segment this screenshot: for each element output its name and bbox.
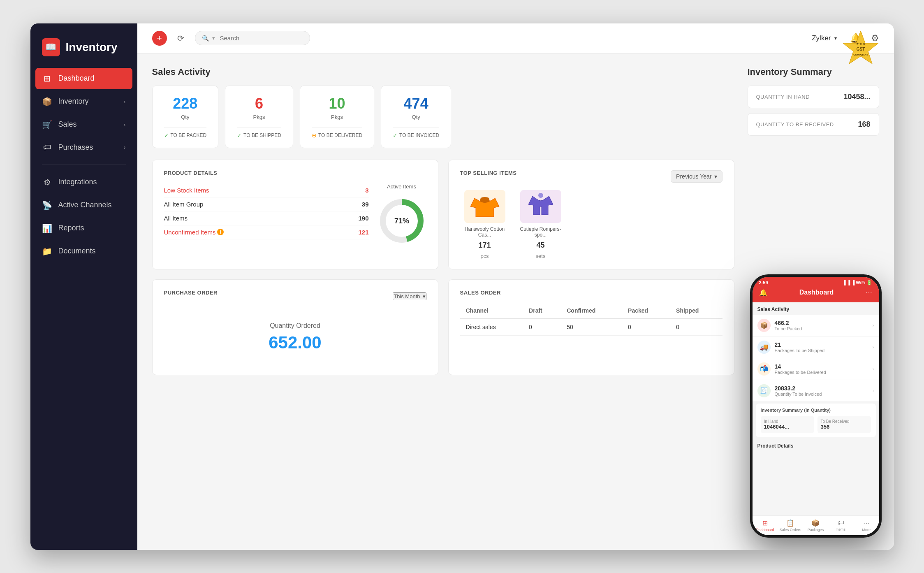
phone-nav-more-label: More xyxy=(862,528,871,532)
sidebar-item-purchases[interactable]: 🏷 Purchases › xyxy=(35,137,132,158)
sales-card-to-be-delivered[interactable]: 10 Pkgs ⊖ TO BE DELIVERED xyxy=(300,86,374,148)
history-button[interactable]: ⟳ xyxy=(174,31,188,46)
sidebar-item-integrations[interactable]: ⚙ Integrations xyxy=(35,172,132,193)
chevron-right-icon: › xyxy=(873,344,874,350)
phone-activity-item[interactable]: 📬 14 Packages to be Delivered › xyxy=(753,358,879,380)
sweater-svg xyxy=(468,192,501,221)
svg-point-3 xyxy=(538,193,543,198)
po-header: PURCHASE ORDER This Month ▾ xyxy=(164,290,426,303)
sidebar-item-dashboard[interactable]: ⊞ Dashboard xyxy=(35,68,132,89)
sidebar-item-active-channels[interactable]: 📡 Active Channels xyxy=(35,195,132,216)
phone-activity-item[interactable]: 📦 466.2 To be Packed › xyxy=(753,315,879,336)
phone-header-title: Dashboard xyxy=(799,289,834,296)
this-month-button[interactable]: This Month ▾ xyxy=(393,292,426,300)
phone-nav-packages[interactable]: 📦 Packages xyxy=(803,519,829,532)
phone-nav-dashboard[interactable]: ⊞ Dashboard xyxy=(753,519,778,532)
prev-year-label: Previous Year xyxy=(676,173,711,180)
product-row[interactable]: All Item Group 39 xyxy=(164,197,369,211)
all-items-value: 190 xyxy=(358,215,368,222)
phone-nav-sales-orders[interactable]: 📋 Sales Orders xyxy=(778,519,803,532)
po-title: PURCHASE ORDER xyxy=(164,290,218,296)
phone-activity-text: 466.2 To be Packed xyxy=(775,320,868,331)
phone-content: Sales Activity 📦 466.2 To be Packed › 🚚 xyxy=(753,302,879,515)
sidebar-item-sales[interactable]: 🛒 Sales › xyxy=(35,114,132,135)
item-unit: sets xyxy=(536,253,546,259)
product-row[interactable]: Unconfirmed Items i 121 xyxy=(164,225,369,239)
packed-qty: 228 xyxy=(173,95,197,112)
this-month-label: This Month xyxy=(394,293,420,299)
chevron-icon: › xyxy=(124,98,126,105)
sales-card-to-be-packed[interactable]: 228 Qty ✓ TO BE PACKED xyxy=(152,86,219,148)
item-image xyxy=(520,190,561,223)
phone-nav-more[interactable]: ⋯ More xyxy=(854,519,879,532)
purchase-order-card: PURCHASE ORDER This Month ▾ Quantity Ord… xyxy=(152,279,438,375)
search-bar: 🔍 ▾ xyxy=(195,31,310,45)
phone-in-hand-label: In Hand xyxy=(764,419,811,424)
product-details-inner: Low Stock Items 3 All Item Group 39 All … xyxy=(164,183,426,246)
phone-shipped-icon: 🚚 xyxy=(757,341,771,354)
to-receive-value: 168 xyxy=(858,120,870,129)
chevron-right-icon: › xyxy=(873,366,874,372)
chevron-icon: › xyxy=(124,121,126,128)
sidebar-item-documents[interactable]: 📁 Documents xyxy=(35,241,132,262)
check-icon: ✓ xyxy=(164,132,169,139)
prev-year-button[interactable]: Previous Year ▾ xyxy=(671,170,722,183)
product-row[interactable]: All Items 190 xyxy=(164,211,369,225)
sidebar-item-inventory[interactable]: 📦 Inventory › xyxy=(35,91,132,112)
sales-card-to-be-shipped[interactable]: 6 Pkgs ✓ TO BE SHIPPED xyxy=(225,86,293,148)
cell-shipped: 0 xyxy=(670,318,722,336)
search-dropdown[interactable]: ▾ xyxy=(212,35,215,41)
svg-text:71%: 71% xyxy=(394,217,409,225)
table-row[interactable]: Direct sales 0 50 0 0 xyxy=(460,318,723,336)
sales-icon: 🛒 xyxy=(42,120,53,130)
sidebar-item-label: Inventory xyxy=(58,97,89,106)
svg-text:GST: GST xyxy=(856,47,865,51)
delivered-label: ⊖ TO BE DELIVERED xyxy=(312,128,362,139)
left-column: Sales Activity 228 Qty ✓ TO BE PACKED xyxy=(152,67,734,375)
search-input[interactable] xyxy=(220,35,303,42)
header: + ⟳ 🔍 ▾ Zylker ▾ 🔔 ⚙ xyxy=(137,23,894,53)
item-image xyxy=(464,190,505,223)
sales-card-to-be-invoiced[interactable]: 474 Qty ✓ TO BE INVOICED xyxy=(381,86,451,148)
search-icon: 🔍 xyxy=(202,35,209,42)
cell-confirmed: 50 xyxy=(561,318,622,336)
phone-activity-item[interactable]: 🚚 21 Packages To be Shipped › xyxy=(753,336,879,358)
purchases-icon: 🏷 xyxy=(42,143,53,152)
item-count: 45 xyxy=(536,241,544,250)
phone-nav-items[interactable]: 🏷 Items xyxy=(828,519,854,532)
phone-to-receive-cell: To Be Received 356 xyxy=(817,416,871,433)
so-title: SALES ORDER xyxy=(460,290,723,296)
phone-activity-item[interactable]: 🧾 20833.2 Quantity To be Invoiced › xyxy=(753,380,879,402)
phone-packages-icon: 📦 xyxy=(811,519,820,527)
sidebar: 📖 Inventory ⊞ Dashboard 📦 Inventory › 🛒 … xyxy=(30,23,137,550)
mobile-phone-overlay: 2:59 ▐ ▐ ▐ WiFi 🔋 🔔 Dashboard ⋯ Sales Ac… xyxy=(750,274,882,538)
sidebar-item-reports[interactable]: 📊 Reports xyxy=(35,218,132,239)
phone-in-hand-cell: In Hand 1046044... xyxy=(761,416,814,433)
shipped-label: ✓ TO BE SHIPPED xyxy=(237,128,281,139)
phone-items-icon: 🏷 xyxy=(838,519,844,527)
phone-time: 2:59 xyxy=(759,280,768,285)
user-menu[interactable]: Zylker ▾ xyxy=(812,34,836,42)
chevron-down-icon: ▾ xyxy=(714,173,717,180)
top-item[interactable]: Cutiepie Rompers-spo... 45 sets xyxy=(516,190,565,259)
in-hand-label: QUANTITY IN HAND xyxy=(756,94,810,100)
col-confirmed: Confirmed xyxy=(561,303,622,318)
phone-dashboard-icon: ⊞ xyxy=(762,519,768,527)
col-channel: Channel xyxy=(460,303,523,318)
phone-nav-packages-label: Packages xyxy=(808,528,824,532)
product-row[interactable]: Low Stock Items 3 xyxy=(164,183,369,197)
phone-sales-activity-title: Sales Activity xyxy=(753,302,879,315)
phone-nav-items-label: Items xyxy=(836,527,845,531)
donut-svg: 71% xyxy=(377,196,426,246)
phone-in-hand-value: 1046044... xyxy=(764,424,811,430)
inventory-icon: 📦 xyxy=(42,97,53,107)
top-item[interactable]: Hanswooly Cotton Cas... 171 pcs xyxy=(460,190,509,259)
sidebar-item-label: Documents xyxy=(58,247,96,255)
chevron-down-icon: ▾ xyxy=(423,293,426,299)
invoiced-qty: 474 xyxy=(404,95,428,112)
gst-badge-svg: ★ ★ ★ GST COMPLIANT xyxy=(842,30,879,67)
item-group-label: All Item Group xyxy=(164,201,204,208)
add-button[interactable]: + xyxy=(152,31,167,46)
channels-icon: 📡 xyxy=(42,200,53,210)
col-shipped: Shipped xyxy=(670,303,722,318)
